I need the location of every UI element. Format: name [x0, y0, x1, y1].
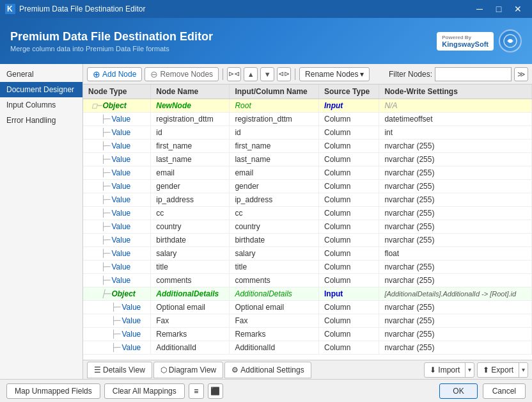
col-header-nodename: Node Name — [151, 84, 230, 99]
title-bar-left: K Premium Data File Destination Editor — [5, 4, 145, 14]
col-header-sourcetype: Source Type — [319, 84, 379, 99]
cancel-button[interactable]: Cancel — [483, 383, 526, 399]
main-content: General Document Designer Input Columns … — [0, 64, 532, 379]
minimize-button[interactable]: ─ — [471, 0, 489, 18]
sidebar-item-general[interactable]: General — [0, 67, 82, 82]
table-container: Node Type Node Name Input/Column Name So… — [83, 84, 532, 360]
tab-details-view[interactable]: ☰ Details View — [87, 362, 152, 378]
table-row[interactable]: ├─Valuefirst_namefirst_nameColumnnvarcha… — [83, 140, 532, 153]
tab-bar: ☰ Details View ⬡ Diagram View ⚙ Addition… — [83, 360, 532, 379]
logo-circle — [499, 29, 522, 52]
move-first-button[interactable]: ⊳⊲ — [227, 67, 241, 81]
table-row[interactable]: □─ObjectNewNodeRootInputN/A — [83, 99, 532, 113]
rename-dropdown-icon: ▾ — [360, 70, 364, 79]
title-bar-text: Premium Data File Destination Editor — [19, 4, 145, 13]
col-header-inputname: Input/Column Name — [230, 84, 319, 99]
table-row[interactable]: ├─ValuecommentscommentsColumnnvarchar (2… — [83, 274, 532, 287]
close-button[interactable]: ✕ — [509, 0, 527, 18]
header-title: Premium Data File Destination Editor — [10, 30, 213, 44]
clear-all-mappings-button[interactable]: Clear All Mappings — [104, 383, 185, 399]
import-icon: ⬇ — [430, 366, 436, 374]
footer-icon-btn-2[interactable]: ⬛ — [208, 383, 223, 399]
settings-icon: ⚙ — [231, 366, 239, 374]
col-header-nodetype: Node Type — [83, 84, 151, 99]
content-area: ⊕ Add Node ⊖ Remove Nodes ⊳⊲ ▲ ▼ ⊲⊳ Rena… — [83, 64, 532, 379]
add-icon: ⊕ — [93, 69, 100, 79]
table-row[interactable]: ├─ValueccccColumnnvarchar (255) — [83, 207, 532, 220]
move-down-button[interactable]: ▼ — [260, 67, 274, 81]
logo-powered-by: Powered By — [442, 35, 489, 40]
table-row[interactable]: ├─ValuesalarysalaryColumnfloat — [83, 247, 532, 261]
table-header: Node Type Node Name Input/Column Name So… — [83, 84, 532, 99]
toolbar: ⊕ Add Node ⊖ Remove Nodes ⊳⊲ ▲ ▼ ⊲⊳ Rena… — [83, 64, 532, 84]
details-view-icon: ☰ — [94, 366, 101, 374]
tab-diagram-view[interactable]: ⬡ Diagram View — [153, 362, 223, 378]
filter-input[interactable] — [435, 67, 512, 81]
footer: Map Unmapped Fields Clear All Mappings ≡… — [0, 379, 532, 402]
table-row[interactable]: ├─ValueRemarksRemarksColumnnvarchar (255… — [83, 328, 532, 341]
svg-point-3 — [508, 39, 512, 43]
header: Premium Data File Destination Editor Mer… — [0, 18, 532, 64]
sidebar: General Document Designer Input Columns … — [0, 64, 83, 379]
table-row[interactable]: ├─ValuebirthdatebirthdateColumnnvarchar … — [83, 234, 532, 247]
app-icon: K — [5, 4, 15, 14]
footer-right: OK Cancel — [439, 383, 526, 399]
import-button[interactable]: ⬇ Import — [425, 363, 465, 377]
nodes-table: Node Type Node Name Input/Column Name So… — [83, 84, 532, 355]
logo-box: Powered By KingswaySoft — [437, 32, 494, 51]
table-row[interactable]: ├─ObjectAdditionalDetailsAdditionalDetai… — [83, 287, 532, 301]
header-subtitle: Merge column data into Premium Data File… — [10, 45, 213, 52]
map-unmapped-button[interactable]: Map Unmapped Fields — [6, 383, 100, 399]
export-button[interactable]: ⬆ Export — [478, 363, 519, 377]
tab-right-actions: ⬇ Import ▾ ⬆ Export ▾ — [424, 362, 528, 378]
sidebar-item-input-columns[interactable]: Input Columns — [0, 97, 82, 113]
import-split-button: ⬇ Import ▾ — [424, 362, 474, 378]
header-text: Premium Data File Destination Editor Mer… — [10, 30, 213, 52]
add-node-button[interactable]: ⊕ Add Node — [87, 67, 142, 81]
rename-nodes-button[interactable]: Rename Nodes ▾ — [299, 67, 370, 81]
table-row[interactable]: ├─Valueregistration_dttmregistration_dtt… — [83, 113, 532, 126]
table-row[interactable]: ├─Valuelast_namelast_nameColumnnvarchar … — [83, 153, 532, 166]
move-last-button[interactable]: ⊲⊳ — [277, 67, 291, 81]
table-body: □─ObjectNewNodeRootInputN/A├─Valueregist… — [83, 99, 532, 355]
footer-left: Map Unmapped Fields Clear All Mappings ≡… — [6, 383, 223, 399]
export-icon: ⬆ — [483, 366, 489, 374]
remove-icon: ⊖ — [150, 69, 158, 79]
table-row[interactable]: ├─Valueip_addressip_addressColumnnvarcha… — [83, 193, 532, 207]
table-row[interactable]: ├─ValuecountrycountryColumnnvarchar (255… — [83, 220, 532, 234]
export-dropdown-button[interactable]: ▾ — [519, 363, 528, 377]
table-row[interactable]: ├─ValueemailemailColumnnvarchar (255) — [83, 166, 532, 180]
diagram-view-icon: ⬡ — [160, 366, 167, 374]
sidebar-item-document-designer[interactable]: Document Designer — [0, 82, 82, 97]
import-dropdown-button[interactable]: ▾ — [465, 363, 474, 377]
export-split-button: ⬆ Export ▾ — [477, 362, 528, 378]
table-row[interactable]: ├─ValueididColumnint — [83, 126, 532, 140]
header-logo: Powered By KingswaySoft — [437, 29, 522, 52]
ok-button[interactable]: OK — [439, 383, 477, 399]
remove-nodes-button[interactable]: ⊖ Remove Nodes — [145, 67, 219, 81]
table-row[interactable]: ├─ValueFaxFaxColumnnvarchar (255) — [83, 314, 532, 328]
svg-text:K: K — [7, 4, 13, 13]
col-header-writesettings: Node-Write Settings — [379, 84, 532, 99]
table-row[interactable]: ├─ValueOptional emailOptional emailColum… — [83, 301, 532, 314]
table-row[interactable]: ├─ValuetitletitleColumnnvarchar (255) — [83, 261, 532, 274]
table-row[interactable]: ├─ValueAdditionalIdAdditionalIdColumnnva… — [83, 341, 532, 355]
table-row[interactable]: ├─ValuegendergenderColumnnvarchar (255) — [83, 180, 532, 193]
move-up-button[interactable]: ▲ — [244, 67, 258, 81]
sidebar-item-error-handling[interactable]: Error Handling — [0, 113, 82, 128]
filter-label: Filter Nodes: — [389, 70, 432, 79]
toolbar-separator-1 — [223, 68, 223, 80]
logo-name: KingswaySoft — [442, 40, 489, 48]
title-bar: K Premium Data File Destination Editor ─… — [0, 0, 532, 18]
tab-additional-settings[interactable]: ⚙ Additional Settings — [224, 362, 311, 378]
filter-arrow-button[interactable]: ≫ — [514, 67, 528, 81]
footer-icon-btn-1[interactable]: ≡ — [189, 383, 204, 399]
window-controls: ─ □ ✕ — [471, 0, 527, 18]
toolbar-separator-2 — [295, 68, 295, 80]
maximize-button[interactable]: □ — [490, 0, 508, 18]
